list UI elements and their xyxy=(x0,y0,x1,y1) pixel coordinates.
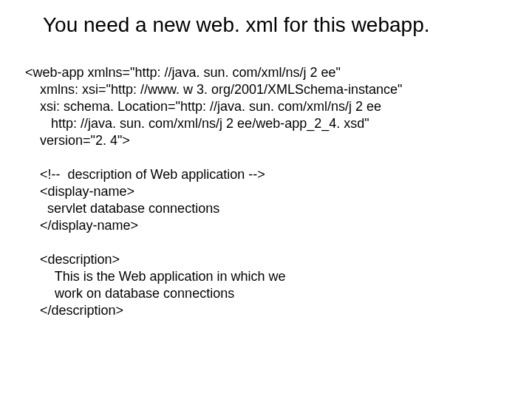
code-line: <web-app xmlns="http: //java. sun. com/x… xyxy=(25,65,341,80)
code-line: http: //java. sun. com/xml/ns/j 2 ee/web… xyxy=(25,116,369,131)
code-line: <display-name> xyxy=(25,184,134,199)
slide: You need a new web. xml for this webapp.… xyxy=(0,0,532,399)
code-line: </description> xyxy=(25,303,123,318)
code-line: xsi: schema. Location="http: //java. sun… xyxy=(25,99,381,114)
code-line: version="2. 4"> xyxy=(25,133,130,148)
code-line: This is the Web application in which we xyxy=(25,269,286,284)
code-line: <description> xyxy=(25,252,120,267)
code-line: servlet database connections xyxy=(25,201,219,216)
code-line: work on database connections xyxy=(25,286,234,301)
code-line: </display-name> xyxy=(25,218,138,233)
slide-title: You need a new web. xml for this webapp. xyxy=(43,13,507,37)
code-block: <web-app xmlns="http: //java. sun. com/x… xyxy=(25,47,507,337)
code-line: xmlns: xsi="http: //www. w 3. org/2001/X… xyxy=(25,82,403,97)
code-line: <!-- description of Web application --> xyxy=(25,167,265,182)
